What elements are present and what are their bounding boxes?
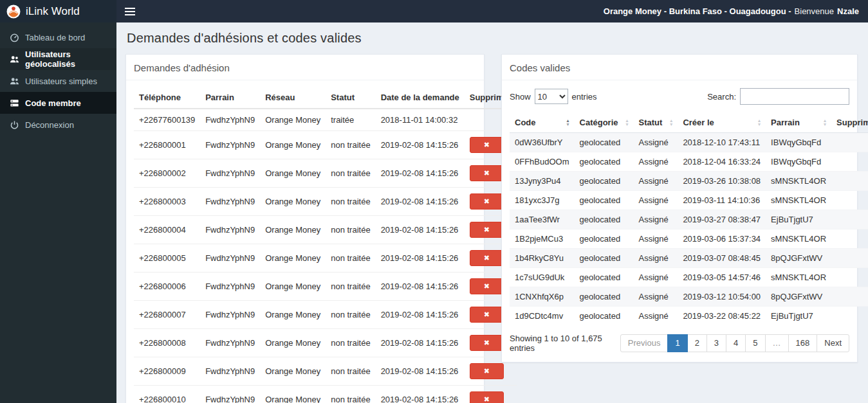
page-length-select[interactable]: 10 (535, 89, 568, 104)
cell-reseau: Orange Money (260, 386, 326, 403)
cell-cree_le: 2019-03-11 14:10:36 (678, 191, 766, 210)
cell-categorie: geolocated (575, 172, 634, 191)
pagination-ellipsis: … (765, 334, 789, 352)
ilink-logo-icon (6, 4, 21, 19)
table-row: 1aaTee3fWrgeolocatedAssigné2019-03-27 08… (510, 210, 868, 229)
pagination-page-3[interactable]: 3 (706, 334, 726, 352)
cell-code: 1B2pjeMCu3 (510, 229, 575, 249)
delete-button[interactable]: ✖ (470, 222, 504, 238)
pagination-prev[interactable]: Previous (620, 334, 669, 352)
cell-supprimer (831, 307, 868, 326)
delete-button[interactable]: ✖ (470, 335, 504, 351)
table-row: 1c7sUG9dUkgeolocatedAssigné2019-03-05 14… (510, 268, 868, 287)
cell-cree_le: 2019-03-22 08:45:22 (678, 307, 766, 326)
delete-button[interactable]: ✖ (470, 278, 504, 294)
delete-button[interactable]: ✖ (470, 165, 504, 181)
cell-date: 2019-02-08 14:15:26 (376, 386, 465, 403)
cell-parrain: 8pQJGFxtWV (766, 287, 831, 307)
brand[interactable]: iLink World (0, 0, 116, 22)
column-label: Code (515, 118, 536, 127)
sort-icon: ▴▾ (626, 119, 629, 127)
page-length-control: Show 10 entries (510, 89, 597, 104)
pagination-next[interactable]: Next (817, 334, 849, 352)
column-label: Parrain (771, 118, 800, 127)
adhesions-column-header: Parrain (200, 87, 260, 109)
codes-column-header[interactable]: Parrain▴▾ (766, 112, 831, 133)
sidebar-item-utilisateurs-simples[interactable]: Utilisateurs simples (0, 70, 116, 92)
cell-categorie: geolocated (575, 307, 634, 326)
app-window: iLink World Orange Money - Burkina Faso … (0, 0, 868, 403)
cell-reseau: Orange Money (260, 159, 326, 188)
cell-supprimer (831, 152, 868, 172)
codes-column-header[interactable]: Catégorie▴▾ (575, 112, 634, 133)
cell-code: 1d9CDtc4mv (510, 307, 575, 326)
delete-button[interactable]: ✖ (470, 363, 504, 379)
table-row: +226800001FwdhzYphN9Orange Moneynon trai… (134, 131, 517, 159)
cell-parrain: sMNSKTL4OR (766, 268, 831, 287)
cell-parrain: sMNSKTL4OR (766, 229, 831, 249)
table-row: 13Jyny3Pu4geolocatedAssigné2019-03-26 10… (510, 172, 868, 191)
cell-parrain: FwdhzYphN9 (200, 357, 260, 386)
delete-button[interactable]: ✖ (470, 250, 504, 266)
users-icon (10, 76, 19, 86)
cell-code: 1aaTee3fWr (510, 210, 575, 229)
cell-cree_le: 2019-03-07 08:48:45 (678, 249, 766, 268)
cell-supprimer (831, 229, 868, 249)
adhesions-column-header: Statut (326, 87, 375, 109)
codes-column-header[interactable]: Supprimer▴▾ (831, 112, 868, 133)
sidebar-item-code-membre[interactable]: Code membre (0, 92, 116, 114)
delete-button[interactable]: ✖ (470, 307, 504, 323)
adhesions-column-header: Réseau (260, 87, 326, 109)
table-row: +226800010FwdhzYphN9Orange Moneynon trai… (134, 386, 517, 403)
cell-reseau: Orange Money (260, 244, 326, 273)
cell-parrain: EjBuTjgtU7 (766, 307, 831, 326)
cell-parrain: FwdhzYphN9 (200, 188, 260, 216)
cell-categorie: geolocated (575, 287, 634, 307)
pagination-page-2[interactable]: 2 (687, 334, 707, 352)
delete-button[interactable]: ✖ (470, 137, 504, 153)
codes-column-header[interactable]: Code▴▾ (510, 112, 575, 133)
cell-cree_le: 2019-03-12 10:54:00 (678, 287, 766, 307)
search-input[interactable] (740, 88, 849, 105)
codes-column-header[interactable]: Créer le▴▾ (678, 112, 766, 133)
cell-telephone: +226800007 (134, 301, 200, 329)
pagination-page-1[interactable]: 1 (667, 334, 687, 352)
navbar: Orange Money - Burkina Faso - Ouagadougo… (116, 0, 868, 22)
cell-telephone: +226800003 (134, 188, 200, 216)
cell-date: 2019-02-08 14:15:26 (376, 216, 465, 244)
sort-icon: ▴▾ (824, 119, 826, 127)
pagination-page-4[interactable]: 4 (726, 334, 746, 352)
delete-button[interactable]: ✖ (470, 391, 504, 403)
cell-code: 0dW36UfbrY (510, 133, 575, 152)
cell-parrain: sMNSKTL4OR (766, 191, 831, 210)
cell-statut: non traitée (326, 188, 375, 216)
delete-button[interactable]: ✖ (470, 193, 504, 210)
cell-supprimer (831, 172, 868, 191)
cell-statut: non traitée (326, 273, 375, 301)
sidebar-item-deconnexion[interactable]: Déconnexion (0, 114, 116, 136)
pagination-page-5[interactable]: 5 (745, 334, 765, 352)
sidebar-item-tableau-de-bord[interactable]: Tableau de bord (0, 26, 116, 48)
cell-supprimer (831, 268, 868, 287)
cell-reseau: Orange Money (260, 357, 326, 386)
table-row: 1CNXhfqX6pgeolocatedAssigné2019-03-12 10… (510, 287, 868, 307)
sidebar-item-utilisateurs-geolocalises[interactable]: Utilisateurs géolocalisés (0, 48, 116, 70)
cell-supprimer (831, 287, 868, 307)
power-icon (10, 120, 19, 130)
table-row: 0FFhBudOOmgeolocatedAssigné2018-12-04 16… (510, 152, 868, 172)
cell-telephone: +226800010 (134, 386, 200, 403)
pagination-page-168[interactable]: 168 (788, 334, 818, 352)
cell-statut: Assigné (634, 249, 678, 268)
cell-supprimer (831, 133, 868, 152)
table-row: +226800002FwdhzYphN9Orange Moneynon trai… (134, 159, 517, 188)
cell-code: 1CNXhfqX6p (510, 287, 575, 307)
adhesions-column-header: Téléphone (134, 87, 200, 109)
cell-statut: non traitée (326, 159, 375, 188)
cell-date: 2019-02-08 14:15:26 (376, 244, 465, 273)
cell-parrain: sMNSKTL4OR (766, 172, 831, 191)
codes-column-header[interactable]: Statut▴▾ (634, 112, 678, 133)
cell-categorie: geolocated (575, 229, 634, 249)
cell-categorie: geolocated (575, 152, 634, 172)
column-label: Supprimer (836, 118, 868, 127)
sidebar-toggle-button[interactable] (116, 0, 143, 22)
